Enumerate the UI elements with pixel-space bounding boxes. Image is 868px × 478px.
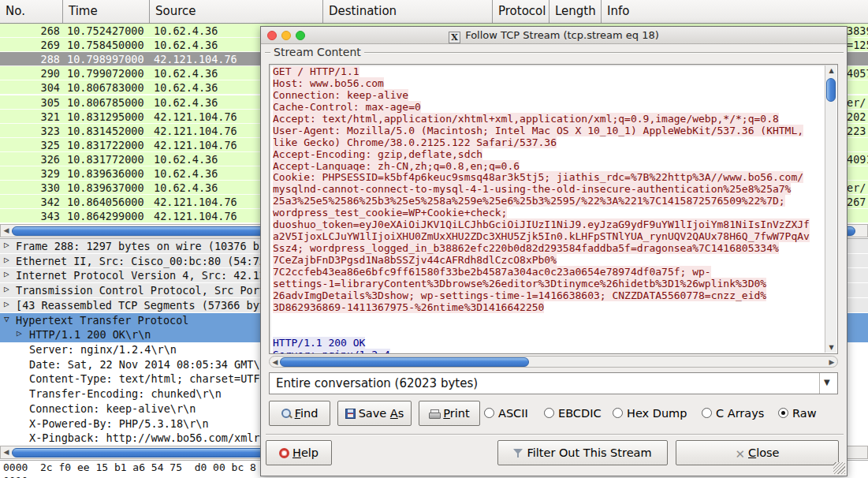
packet-cell-no: 323 (0, 125, 60, 137)
radio-hex-dump[interactable]: Hex Dump (613, 406, 687, 420)
column-header-time[interactable]: Time (63, 0, 150, 23)
stream-line (273, 314, 823, 326)
stream-hscrollbar[interactable]: ◀ ▶ (269, 356, 838, 368)
column-header-protocol[interactable]: Protocol (493, 0, 549, 23)
radio-circle-icon[interactable] (778, 408, 788, 418)
filter-out-stream-button[interactable]: Filter Out This Stream (497, 440, 668, 465)
column-header-source[interactable]: Source (150, 0, 323, 23)
radio-ascii[interactable]: ASCII (484, 406, 528, 420)
packet-cell-clip: 267 (847, 196, 866, 208)
packet-cell-time: 10.831772000 (67, 153, 144, 166)
packet-cell-src: 10.62.4.36 (154, 153, 218, 166)
help-button[interactable]: Help (266, 440, 332, 465)
radio-c-arrays[interactable]: C Arrays (702, 406, 764, 420)
tree-expander-icon[interactable]: ▷ (4, 240, 9, 250)
stream-line: Cache-Control: max-age=0 (273, 102, 823, 114)
packet-cell-no: 288 (0, 53, 60, 65)
tree-expander-icon[interactable]: ▷ (4, 299, 9, 309)
dialog-titlebar[interactable]: XFollow TCP Stream (tcp.stream eq 18) (261, 27, 847, 44)
stream-line: Ssz4; wordpress_logged_in_b38862efc220b0… (273, 243, 823, 255)
detail-row-label: Frame 288: 1297 bytes on wire (10376 bi (16, 240, 266, 252)
stream-line-text: a2V5IjoxLCJuYW1lIjoiXHU0ZmUxXHU2ZDc3XHU5… (273, 230, 810, 242)
packet-cell-clip: =125 (847, 39, 868, 51)
scrollbar-thumb[interactable] (826, 78, 836, 102)
tree-expander-icon[interactable]: ▽ (4, 314, 9, 324)
packet-cell-src: 10.62.4.36 (154, 81, 218, 94)
radio-circle-icon[interactable] (702, 408, 712, 418)
stream-line: Host: www.bo56.com (273, 78, 823, 90)
tree-expander-icon[interactable]: ▷ (4, 284, 9, 294)
radio-label: EBCDIC (558, 407, 602, 420)
packet-cell-no: 343 (0, 210, 60, 222)
stream-line-text: Connection: keep-alive (273, 89, 408, 101)
conversation-select-value: Entire conversation (62023 bytes) (276, 373, 478, 394)
packet-cell-time: 10.839637000 (67, 181, 144, 194)
radio-circle-icon[interactable] (544, 408, 554, 418)
stream-line-text: Accept-Language: zh-CN,zh;q=0.8,en;q=0.6 (273, 160, 520, 172)
stream-line: HTTP/1.1 200 OK (273, 338, 823, 349)
packet-cell-src: 10.62.4.36 (154, 167, 218, 180)
stream-content-textarea[interactable]: GET / HTTP/1.1Host: www.bo56.comConnecti… (269, 64, 838, 354)
conversation-select[interactable]: Entire conversation (62023 bytes) ▼ (269, 372, 838, 394)
help-icon (279, 448, 289, 458)
packet-cell-clip: 4057 (847, 67, 868, 80)
radio-circle-icon[interactable] (613, 408, 623, 418)
packet-cell-no: 325 (0, 139, 60, 151)
combo-arrow-button[interactable]: ▼ (819, 373, 837, 394)
packet-cell-no: 330 (0, 181, 60, 194)
radio-circle-icon[interactable] (484, 408, 494, 418)
radio-raw[interactable]: Raw (778, 406, 817, 420)
scrollbar-thumb[interactable] (280, 357, 529, 367)
stream-line-text: mysqlnd-cannot-connect-to-mysql-4-1-usin… (273, 183, 791, 195)
scroll-down-icon[interactable]: ▼ (825, 344, 837, 351)
detail-row-label: X-Powered-By: PHP/5.3.18\r\n (29, 417, 209, 430)
packet-cell-no: 304 (0, 81, 60, 94)
scroll-left-icon[interactable]: ◀ (270, 357, 281, 368)
scroll-left-icon[interactable]: ◀ (1, 446, 12, 458)
column-header-info[interactable]: Info (602, 0, 868, 23)
column-header-destination[interactable]: Destination (323, 0, 493, 23)
radio-ebcdic[interactable]: EBCDIC (544, 406, 602, 420)
divider (266, 434, 844, 435)
radio-label: ASCII (498, 407, 528, 420)
stream-line-text: Accept: text/html,application/xhtml+xml,… (273, 113, 779, 125)
close-button[interactable]: ✕Close (676, 440, 839, 465)
column-header-length[interactable]: Length (549, 0, 602, 23)
scroll-left-icon[interactable]: ◀ (1, 225, 12, 237)
packet-cell-no: 321 (0, 110, 60, 123)
packet-cell-time: 10.831722000 (67, 139, 144, 151)
chevron-down-icon: ▼ (824, 378, 830, 387)
stream-line-text: Host: www.bo56.com (273, 77, 384, 89)
packet-cell-clip: 202 (847, 110, 866, 123)
packet-cell-src: 42.121.104.76 (154, 196, 237, 208)
tree-expander-icon[interactable]: ▷ (4, 255, 9, 265)
packet-cell-no: 342 (0, 196, 60, 208)
radio-label: C Arrays (716, 407, 764, 420)
packet-cell-time: 10.839636000 (67, 167, 144, 180)
stream-line: 7CeZajbFnD3Pgsd1Na8bSSZjv44cAFRdh8dlCzcO… (273, 255, 823, 267)
stream-vscrollbar[interactable]: ▲ ▼ (825, 65, 836, 353)
column-header-no[interactable]: No. (0, 0, 63, 23)
packet-cell-no: 269 (0, 39, 60, 51)
close-icon: ✕ (735, 450, 745, 460)
tree-expander-icon[interactable]: ▷ (17, 328, 22, 338)
radio-label: Hex Dump (627, 407, 687, 420)
stream-line: 3D862936869-1411367975-%26ntime%3D141664… (273, 302, 823, 314)
dialog-bottom-bar: Help Filter Out This Stream ✕Close (261, 440, 847, 467)
dialog-title: XFollow TCP Stream (tcp.stream eq 18) (261, 27, 847, 44)
stream-toolbar: Find Save As Print ASCIIEBCDICHex DumpC … (261, 401, 847, 428)
packet-cell-time: 10.752427000 (67, 24, 144, 37)
stream-line-text: Accept-Encoding: gzip,deflate,sdch (273, 148, 482, 160)
packet-cell-clip: er/ (847, 181, 866, 194)
packet-cell-time: 10.758450000 (67, 39, 144, 51)
scroll-up-icon[interactable]: ▲ (825, 67, 837, 74)
resize-grip[interactable] (833, 462, 845, 474)
scroll-right-icon[interactable]: ▶ (826, 357, 837, 368)
detail-row-label: Hypertext Transfer Protocol (16, 314, 188, 327)
packet-cell-src: 42.121.104.76 (154, 139, 237, 151)
stream-line-text: 25a3%25e5%2586%25b3%25e5%258a%259e%25e6%… (273, 195, 785, 207)
tree-expander-icon[interactable]: ▷ (4, 269, 9, 279)
stream-line-text: wordpress_test_cookie=WP+Cookie+check; (273, 207, 507, 218)
stream-line-text: Ssz4; wordpress_logged_in_b38862efc220b0… (273, 242, 779, 254)
packet-cell-src: 10.62.4.36 (154, 181, 218, 194)
